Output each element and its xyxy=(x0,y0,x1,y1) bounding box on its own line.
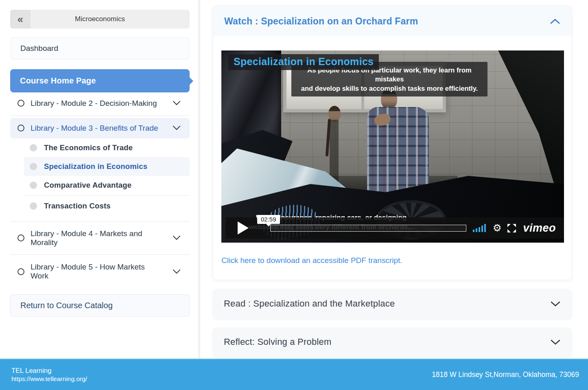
sidebar-lesson-economics-of-trade[interactable]: The Economics of Trade xyxy=(24,138,190,157)
lesson-bullet-icon xyxy=(30,163,37,170)
video-progress-bar[interactable] xyxy=(270,225,466,232)
transcript-download-link[interactable]: Click here to download an accessible PDF… xyxy=(221,256,402,265)
course-title: Microeconomics xyxy=(10,15,190,23)
volume-button[interactable] xyxy=(473,224,486,232)
lesson-bullet-icon xyxy=(30,202,37,210)
return-label: Return to Course Catalog xyxy=(20,301,113,310)
page-footer: TEL Learning https://www.tellearning.org… xyxy=(0,359,588,390)
reflect-accordion-header[interactable]: Reflect: Solving a Problem xyxy=(213,328,572,356)
fullscreen-button[interactable] xyxy=(507,224,516,232)
sidebar-item-dashboard[interactable]: Dashboard xyxy=(10,37,190,59)
chevron-down-icon xyxy=(173,101,181,106)
sidebar-module-4[interactable]: Library - Module 4 - Markets and Moralit… xyxy=(10,223,190,253)
sidebar-module-5[interactable]: Library - Module 5 - How Markets Work xyxy=(10,257,190,286)
video-title-overlay: Specialization in Economics xyxy=(228,54,379,70)
time-tooltip: 02:59 xyxy=(257,215,280,224)
watch-accordion-title: Watch : Specialization on an Orchard Far… xyxy=(224,16,418,27)
lesson-label: The Economics of Trade xyxy=(44,143,133,152)
play-icon xyxy=(238,221,249,234)
return-to-catalog-button[interactable]: Return to Course Catalog xyxy=(10,294,190,317)
read-accordion-title: Read : Specialization and the Marketplac… xyxy=(224,298,395,309)
app-root: « Microeconomics Dashboard Course Home P… xyxy=(0,0,588,390)
chevron-down-icon xyxy=(173,269,181,274)
chevron-down-icon xyxy=(550,301,561,307)
play-button[interactable] xyxy=(225,217,260,239)
volume-bar-icon xyxy=(481,226,483,232)
module-status-circle-icon xyxy=(17,234,24,241)
chevron-up-icon xyxy=(550,18,560,24)
divider xyxy=(10,116,190,116)
volume-bar-icon xyxy=(473,230,474,232)
watch-accordion-header[interactable]: Watch : Specialization on an Orchard Far… xyxy=(213,6,571,36)
volume-bar-icon xyxy=(479,227,480,232)
settings-gear-icon[interactable]: ⚙ xyxy=(493,223,502,233)
sidebar-lesson-transaction-costs[interactable]: Transaction Costs xyxy=(24,197,190,215)
course-sidebar: « Microeconomics Dashboard Course Home P… xyxy=(10,10,190,317)
sidebar-header: « Microeconomics xyxy=(10,10,190,28)
divider xyxy=(10,254,190,255)
course-home-label: Course Home Page xyxy=(20,76,96,85)
read-accordion-header[interactable]: Read : Specialization and the Marketplac… xyxy=(213,289,572,318)
chevron-down-icon xyxy=(173,125,181,131)
vimeo-logo[interactable]: vimeo xyxy=(523,222,556,234)
lesson-label: Comparative Advantage xyxy=(44,181,131,190)
panel-divider xyxy=(198,0,200,359)
active-pointer-icon xyxy=(189,77,193,85)
reflect-accordion-title: Reflect: Solving a Problem xyxy=(224,337,331,347)
chevron-down-icon xyxy=(550,339,561,345)
lesson-label: Transaction Costs xyxy=(44,202,111,210)
module-label: Library - Module 2 - Decision-Making xyxy=(31,99,159,108)
vimeo-video-player[interactable]: Specialization in Economics As people fo… xyxy=(221,50,564,243)
module-label: Library - Module 3 - Benefits of Trade xyxy=(31,124,159,133)
module-label: Library - Module 5 - How Markets Work xyxy=(31,263,159,280)
module-status-circle-icon xyxy=(17,125,24,131)
chevron-down-icon xyxy=(173,235,181,241)
lesson-bullet-icon xyxy=(30,182,37,189)
sidebar-module-3[interactable]: Library - Module 3 - Benefits of Trade xyxy=(10,118,190,138)
fullscreen-arrows-icon xyxy=(507,224,516,232)
watch-accordion: Watch : Specialization on an Orchard Far… xyxy=(213,6,572,280)
volume-bar-icon xyxy=(484,224,486,232)
footer-address: 1818 W Lindsey St,Norman, Oklahoma, 7306… xyxy=(432,370,579,379)
divider xyxy=(10,221,190,221)
module-status-circle-icon xyxy=(17,100,24,107)
footer-url[interactable]: https://www.tellearning.org/ xyxy=(11,375,87,383)
sidebar-module-2[interactable]: Library - Module 2 - Decision-Making xyxy=(10,93,190,114)
footer-left: TEL Learning https://www.tellearning.org… xyxy=(11,366,87,383)
sidebar-item-course-home[interactable]: Course Home Page xyxy=(10,69,190,92)
sidebar-lesson-specialization[interactable]: Specialization in Economics xyxy=(24,157,190,176)
watch-accordion-body: Specialization in Economics As people fo… xyxy=(213,36,571,280)
divider xyxy=(24,195,190,196)
lesson-bullet-icon xyxy=(30,144,37,151)
module-status-circle-icon xyxy=(17,268,24,275)
footer-org-name: TEL Learning xyxy=(11,366,87,375)
module-label: Library - Module 4 - Markets and Moralit… xyxy=(31,229,159,247)
dashboard-label: Dashboard xyxy=(20,44,58,53)
volume-bar-icon xyxy=(476,228,477,232)
lesson-content: Watch : Specialization on an Orchard Far… xyxy=(213,6,572,356)
sidebar-lesson-comparative-advantage[interactable]: Comparative Advantage xyxy=(24,176,190,195)
lesson-label: Specialization in Economics xyxy=(44,162,147,171)
caption-line: and develop skills to accomplish tasks m… xyxy=(295,84,484,93)
